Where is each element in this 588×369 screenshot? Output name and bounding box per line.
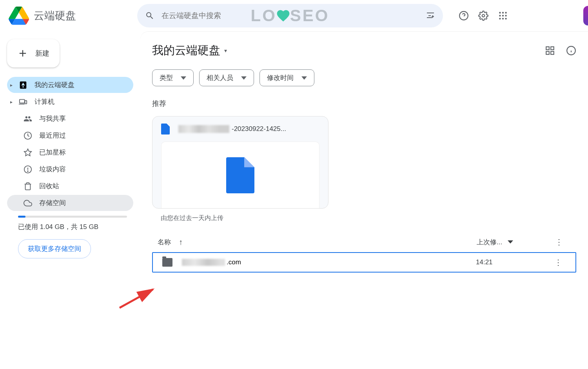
svg-point-9: [499, 18, 501, 19]
filter-people[interactable]: 相关人员: [199, 69, 254, 86]
storage-text: 已使用 1.04 GB，共 15 GB: [18, 222, 136, 231]
info-icon[interactable]: [566, 45, 576, 56]
header-more-icon[interactable]: ⋮: [547, 237, 571, 247]
plus-icon: [17, 48, 28, 59]
sidebar: 新建 ▸ 我的云端硬盘 ▸ 计算机 与我共享 最近用过: [0, 31, 140, 369]
nav-spam[interactable]: 垃圾内容: [7, 161, 133, 177]
file-name: .com: [182, 258, 476, 266]
svg-marker-18: [24, 149, 31, 155]
svg-point-5: [505, 12, 506, 13]
main-content: 我的云端硬盘 ▾ 类型 相关人员 修改时间 推荐 -20230922-1425.…: [140, 31, 588, 369]
apps-grid-icon[interactable]: [498, 11, 508, 21]
search-options-icon[interactable]: [426, 11, 435, 20]
clock-icon: [24, 131, 32, 140]
chevron-right-icon: ▸: [10, 82, 15, 88]
logo-area[interactable]: 云端硬盘: [4, 6, 137, 25]
nav-trash[interactable]: 回收站: [7, 178, 133, 194]
chevron-right-icon: ▸: [10, 99, 15, 105]
nav-my-drive[interactable]: ▸ 我的云端硬盘: [7, 77, 133, 93]
filter-row: 类型 相关人员 修改时间: [152, 69, 576, 86]
new-button[interactable]: 新建: [7, 39, 60, 67]
star-icon: [24, 148, 32, 157]
svg-point-21: [27, 171, 28, 171]
filter-type[interactable]: 类型: [152, 69, 194, 86]
svg-point-4: [502, 12, 504, 13]
app-name: 云端硬盘: [34, 9, 76, 23]
svg-point-11: [505, 18, 506, 19]
storage-progress: [18, 216, 127, 218]
search-input[interactable]: [162, 11, 426, 20]
svg-rect-15: [25, 100, 27, 104]
drive-icon: [19, 81, 27, 89]
devices-icon: [19, 98, 27, 106]
row-more-icon[interactable]: ⋮: [546, 258, 570, 267]
svg-point-2: [482, 15, 485, 17]
svg-point-8: [505, 15, 506, 16]
grid-view-icon[interactable]: [545, 45, 555, 56]
caret-down-icon: [181, 75, 186, 81]
people-icon: [24, 115, 32, 123]
file-icon: [161, 124, 170, 135]
drive-logo-icon: [9, 6, 29, 25]
get-storage-button[interactable]: 获取更多存储空间: [18, 239, 91, 258]
col-modified-header[interactable]: 上次修...: [477, 238, 502, 247]
folder-icon: [162, 258, 172, 267]
sort-arrow-up-icon[interactable]: ↑: [179, 238, 183, 247]
cloud-icon: [24, 199, 32, 207]
filter-modified[interactable]: 修改时间: [260, 69, 314, 86]
breadcrumb-title[interactable]: 我的云端硬盘 ▾: [152, 43, 227, 58]
caret-down-icon: ▾: [224, 47, 227, 54]
spam-icon: [24, 165, 32, 174]
suggestion-section-label: 推荐: [152, 99, 576, 108]
svg-rect-22: [546, 47, 549, 50]
nav-starred[interactable]: 已加星标: [7, 144, 133, 160]
svg-rect-25: [551, 51, 554, 55]
caret-down-icon[interactable]: [508, 240, 513, 244]
file-large-icon: [226, 157, 254, 193]
svg-point-6: [499, 15, 501, 16]
trash-icon: [24, 182, 32, 191]
nav-storage[interactable]: 存储空间: [7, 195, 133, 211]
nav-computers[interactable]: ▸ 计算机: [7, 94, 133, 110]
table-header: 名称 ↑ 上次修... ⋮: [152, 230, 576, 252]
suggestion-preview: [161, 142, 319, 208]
caret-down-icon: [241, 75, 247, 81]
file-modified: 14:21: [476, 258, 546, 266]
settings-gear-icon[interactable]: [478, 11, 488, 21]
suggestion-filename: -20230922-1425...: [178, 125, 286, 133]
avatar[interactable]: [583, 6, 588, 25]
suggestion-meta: 由您在过去一天内上传: [152, 209, 576, 230]
svg-rect-14: [20, 99, 25, 103]
svg-point-10: [502, 18, 504, 19]
svg-rect-24: [546, 51, 549, 55]
caret-down-icon: [301, 75, 307, 81]
svg-rect-23: [551, 47, 554, 50]
file-row-selected[interactable]: .com 14:21 ⋮: [152, 252, 576, 273]
svg-point-3: [499, 12, 501, 13]
help-icon[interactable]: [459, 11, 469, 21]
search-icon: [145, 11, 154, 20]
nav-recent[interactable]: 最近用过: [7, 127, 133, 144]
suggestion-card[interactable]: -20230922-1425...: [152, 116, 328, 209]
col-name-header[interactable]: 名称: [158, 238, 171, 247]
svg-point-7: [502, 15, 504, 16]
search-bar[interactable]: LOSEO: [137, 4, 443, 27]
nav-shared[interactable]: 与我共享: [7, 111, 133, 127]
nav-list: ▸ 我的云端硬盘 ▸ 计算机 与我共享 最近用过 已加星标: [5, 77, 136, 211]
